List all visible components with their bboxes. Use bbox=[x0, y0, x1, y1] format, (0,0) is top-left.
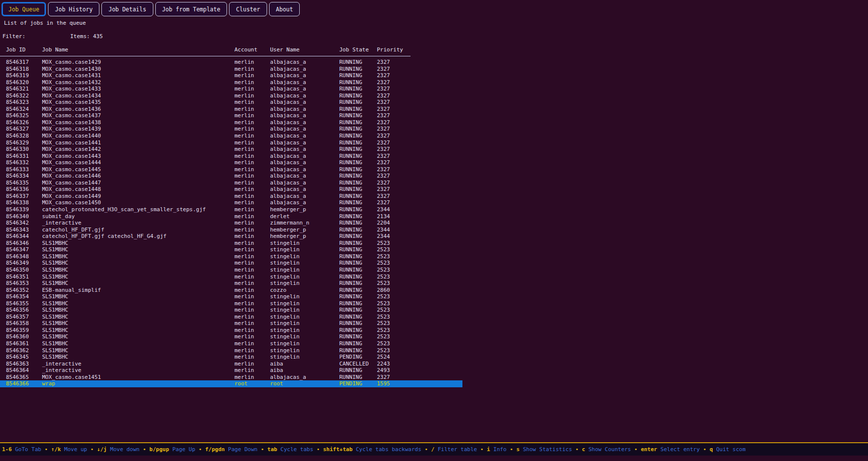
cell-account: merlin bbox=[234, 367, 270, 374]
table-row[interactable]: 8546322MOX_casmo.case1434merlinalbajacas… bbox=[0, 92, 462, 99]
table-row-selected[interactable]: 8546366wraprootrootPENDING1595 bbox=[0, 380, 462, 387]
cell-job-id: 8546317 bbox=[6, 59, 42, 66]
table-row[interactable]: 8546344catechol_HF_DFT.gjf catechol_HF_G… bbox=[0, 233, 462, 240]
table-row[interactable]: 8546337MOX_casmo.case1449merlinalbajacas… bbox=[0, 193, 462, 200]
table-row[interactable]: 8546343catechol_HF_DFT.gjfmerlinhemberge… bbox=[0, 227, 462, 233]
table-row[interactable]: 8546359SLS1MBHCmerlinstingelinRUNNING252… bbox=[0, 327, 462, 334]
table-row[interactable]: 8546332MOX_casmo.case1444merlinalbajacas… bbox=[0, 159, 462, 166]
keybar-separator: • bbox=[421, 446, 431, 453]
table-row[interactable]: 8546345SLS1MBHCmerlinstingelinPENDING252… bbox=[0, 354, 462, 361]
table-row[interactable]: 8546357SLS1MBHCmerlinstingelinRUNNING252… bbox=[0, 314, 462, 321]
cell-job-id: 8546327 bbox=[6, 126, 42, 133]
table-row[interactable]: 8546318MOX_casmo.case1430merlinalbajacas… bbox=[0, 66, 462, 73]
table-row[interactable]: 8546351SLS1MBHCmerlinstingelinRUNNING252… bbox=[0, 274, 462, 280]
cell-job-state: RUNNING bbox=[339, 227, 377, 233]
cell-user-name: albajacas_a bbox=[270, 59, 339, 66]
table-row[interactable]: 8546333MOX_casmo.case1445merlinalbajacas… bbox=[0, 166, 462, 173]
table-row[interactable]: 8546319MOX_casmo.case1431merlinalbajacas… bbox=[0, 72, 462, 79]
table-row[interactable]: 8546365MOX_casmo.case1451merlinalbajacas… bbox=[0, 374, 462, 381]
keybar-description: Move down bbox=[107, 446, 139, 453]
tab-job-history[interactable]: Job History bbox=[48, 2, 99, 16]
tab-about[interactable]: About bbox=[269, 2, 300, 16]
cell-job-name: SLS1MBHC bbox=[42, 307, 234, 314]
table-row[interactable]: 8546360SLS1MBHCmerlinstingelinRUNNING252… bbox=[0, 333, 462, 340]
cell-job-name: MOX_casmo.case1448 bbox=[42, 186, 234, 193]
table-row[interactable]: 8546361SLS1MBHCmerlinstingelinRUNNING252… bbox=[0, 340, 462, 347]
cell-priority: 2327 bbox=[377, 112, 413, 119]
cell-account: merlin bbox=[234, 106, 270, 113]
table-row[interactable]: 8546358SLS1MBHCmerlinstingelinRUNNING252… bbox=[0, 320, 462, 327]
cell-account: merlin bbox=[234, 233, 270, 240]
cell-job-name: MOX_casmo.case1446 bbox=[42, 173, 234, 180]
table-row[interactable]: 8546321MOX_casmo.case1433merlinalbajacas… bbox=[0, 86, 462, 92]
keybar: 1-6 GoTo Tab • ↑/k Move up • ↓/j Move do… bbox=[0, 443, 868, 456]
cell-account: merlin bbox=[234, 253, 270, 260]
keybar-key: shift+tab bbox=[323, 446, 353, 453]
cell-job-state: RUNNING bbox=[339, 220, 377, 227]
cell-job-state: RUNNING bbox=[339, 253, 377, 260]
table-row[interactable]: 8546353SLS1MBHCmerlinstingelinRUNNING252… bbox=[0, 280, 462, 287]
cell-account: merlin bbox=[234, 153, 270, 160]
table-row[interactable]: 8546340submit_daymerlinderletRUNNING2134 bbox=[0, 213, 462, 220]
table-row[interactable]: 8546324MOX_casmo.case1436merlinalbajacas… bbox=[0, 106, 462, 113]
cell-job-state: RUNNING bbox=[339, 260, 377, 267]
table-row[interactable]: 8546354SLS1MBHCmerlinstingelinRUNNING252… bbox=[0, 293, 462, 300]
cell-account: merlin bbox=[234, 280, 270, 287]
table-row[interactable]: 8546356SLS1MBHCmerlinstingelinRUNNING252… bbox=[0, 307, 462, 314]
tab-job-details[interactable]: Job Details bbox=[101, 2, 153, 16]
tab-cluster[interactable]: Cluster bbox=[229, 2, 267, 16]
table-row[interactable]: 8546342_interactivemerlinzimmermann_nRUN… bbox=[0, 220, 462, 227]
tab-job-queue[interactable]: Job Queue bbox=[1, 2, 46, 16]
table-row[interactable]: 8546320MOX_casmo.case1432merlinalbajacas… bbox=[0, 79, 462, 86]
table-row[interactable]: 8546336MOX_casmo.case1448merlinalbajacas… bbox=[0, 186, 462, 193]
cell-job-name: MOX_casmo.case1429 bbox=[42, 59, 234, 66]
cell-user-name: hemberger_p bbox=[270, 233, 339, 240]
table-row[interactable]: 8546346SLS1MBHCmerlinstingelinRUNNING252… bbox=[0, 240, 462, 247]
table-row[interactable]: 8546347SLS1MBHCmerlinstingelinRUNNING252… bbox=[0, 246, 462, 253]
table-row[interactable]: 8546317MOX_casmo.case1429merlinalbajacas… bbox=[0, 59, 462, 66]
table-row[interactable]: 8546364_interactivemerlinaibaRUNNING2493 bbox=[0, 367, 462, 374]
keybar-separator: • bbox=[631, 446, 641, 453]
table-row[interactable]: 8546339catechol_protonated_H3O_scan_yet_… bbox=[0, 206, 462, 213]
table-row[interactable]: 8546331MOX_casmo.case1443merlinalbajacas… bbox=[0, 153, 462, 160]
table-row[interactable]: 8546334MOX_casmo.case1446merlinalbajacas… bbox=[0, 173, 462, 180]
cell-priority: 2327 bbox=[377, 99, 413, 106]
keybar-description: Info bbox=[490, 446, 506, 453]
cell-user-name: stingelin bbox=[270, 240, 339, 247]
cell-job-name: MOX_casmo.case1442 bbox=[42, 146, 234, 153]
cell-job-id: 8546328 bbox=[6, 133, 42, 139]
table-row[interactable]: 8546338MOX_casmo.case1450merlinalbajacas… bbox=[0, 199, 462, 206]
table-row[interactable]: 8546349SLS1MBHCmerlinstingelinRUNNING252… bbox=[0, 260, 462, 267]
table-row[interactable]: 8546323MOX_casmo.case1435merlinalbajacas… bbox=[0, 99, 462, 106]
cell-user-name: albajacas_a bbox=[270, 72, 339, 79]
cell-user-name: zimmermann_n bbox=[270, 220, 339, 227]
table-row[interactable]: 8546355SLS1MBHCmerlinstingelinRUNNING252… bbox=[0, 300, 462, 307]
cell-job-name: catechol_HF_DFT.gjf bbox=[42, 227, 234, 233]
cell-job-name: SLS1MBHC bbox=[42, 260, 234, 267]
table-row[interactable]: 8546352ESB-manual_simplifmerlincozzoRUNN… bbox=[0, 287, 462, 294]
cell-user-name: stingelin bbox=[270, 267, 339, 274]
keybar-description: Cycle tabs backwards bbox=[353, 446, 421, 453]
table-row[interactable]: 8546348SLS1MBHCmerlinstingelinRUNNING252… bbox=[0, 253, 462, 260]
table-row[interactable]: 8546326MOX_casmo.case1438merlinalbajacas… bbox=[0, 119, 462, 126]
table-row[interactable]: 8546335MOX_casmo.case1447merlinalbajacas… bbox=[0, 180, 462, 186]
cell-job-name: MOX_casmo.case1431 bbox=[42, 72, 234, 79]
table-row[interactable]: 8546330MOX_casmo.case1442merlinalbajacas… bbox=[0, 146, 462, 153]
cell-job-state: PENDING bbox=[339, 354, 377, 361]
tab-job-from-template[interactable]: Job from Template bbox=[155, 2, 228, 16]
cell-priority: 2523 bbox=[377, 274, 413, 280]
table-row[interactable]: 8546362SLS1MBHCmerlinstingelinRUNNING252… bbox=[0, 347, 462, 354]
cell-user-name: stingelin bbox=[270, 280, 339, 287]
cell-job-id: 8546348 bbox=[6, 253, 42, 260]
table-row[interactable]: 8546325MOX_casmo.case1437merlinalbajacas… bbox=[0, 112, 462, 119]
table-row[interactable]: 8546350SLS1MBHCmerlinstingelinRUNNING252… bbox=[0, 267, 462, 274]
keybar-description: Show Counters bbox=[585, 446, 631, 453]
table-row[interactable]: 8546327MOX_casmo.case1439merlinalbajacas… bbox=[0, 126, 462, 133]
cell-priority: 2327 bbox=[377, 153, 413, 160]
table-row[interactable]: 8546363_interactivemerlinaibaCANCELLED22… bbox=[0, 361, 462, 368]
cell-job-id: 8546325 bbox=[6, 112, 42, 119]
column-header-priority: Priority bbox=[377, 46, 413, 53]
table-row[interactable]: 8546329MOX_casmo.case1441merlinalbajacas… bbox=[0, 139, 462, 146]
table-row[interactable]: 8546328MOX_casmo.case1440merlinalbajacas… bbox=[0, 133, 462, 139]
cell-user-name: stingelin bbox=[270, 274, 339, 280]
